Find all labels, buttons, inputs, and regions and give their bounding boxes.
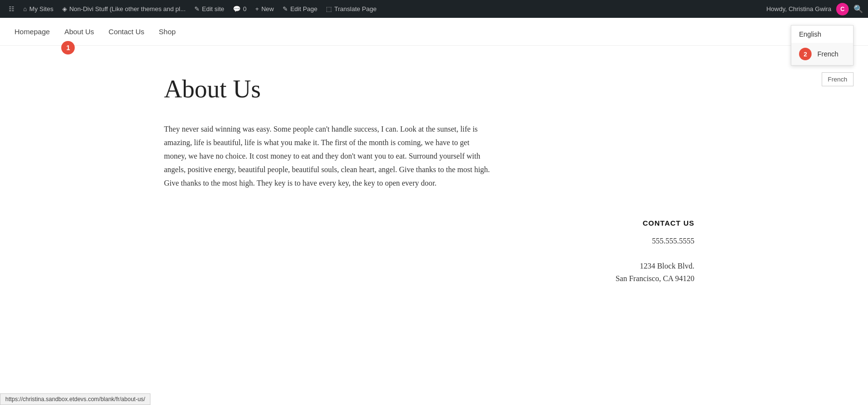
lang-french[interactable]: 2 French	[791, 43, 853, 65]
step-badge-1: 1	[61, 41, 75, 54]
french-tooltip: French	[822, 72, 854, 86]
translate-icon: ⬚	[326, 5, 332, 13]
address-line1: 1234 Block Blvd.	[164, 260, 694, 272]
non-divi-item[interactable]: ◈ Non-Divi Stuff (Like other themes and …	[58, 0, 190, 18]
site-nav: Homepage About Us 1 Contact Us Shop	[14, 27, 176, 36]
contact-address: 1234 Block Blvd. San Francisco, CA 94120	[164, 260, 694, 284]
language-dropdown: English 2 French	[791, 25, 854, 66]
wordpress-icon: ☷	[9, 5, 14, 13]
main-content: About Us They never said winning was eas…	[145, 46, 723, 323]
language-container: English 2 French French	[791, 25, 854, 66]
avatar[interactable]: C	[836, 3, 849, 15]
page-body: They never said winning was easy. Some p…	[164, 122, 492, 190]
admin-bar-right: Howdy, Christina Gwira C 🔍	[766, 3, 863, 15]
wordpress-logo[interactable]: ☷	[5, 0, 18, 18]
plus-icon: +	[255, 5, 259, 13]
edit-page-item[interactable]: ✎ Edit Page	[279, 0, 321, 18]
nav-about-us[interactable]: About Us 1	[64, 27, 94, 36]
my-sites-item[interactable]: ⌂ My Sites	[19, 0, 57, 18]
search-icon[interactable]: 🔍	[854, 4, 863, 14]
admin-bar: ☷ ⌂ My Sites ◈ Non-Divi Stuff (Like othe…	[0, 0, 868, 18]
edit-page-label: Edit Page	[290, 5, 317, 13]
divi-icon: ◈	[62, 5, 67, 13]
nav-shop[interactable]: Shop	[159, 27, 176, 36]
edit-site-item[interactable]: ✎ Edit site	[190, 0, 228, 18]
comments-item[interactable]: 💬 0	[229, 0, 250, 18]
howdy-text: Howdy, Christina Gwira	[766, 5, 831, 13]
translate-page-item[interactable]: ⬚ Translate Page	[322, 0, 380, 18]
admin-bar-items: ☷ ⌂ My Sites ◈ Non-Divi Stuff (Like othe…	[5, 0, 766, 18]
non-divi-label: Non-Divi Stuff (Like other themes and pl…	[69, 5, 186, 13]
edit-page-icon: ✎	[283, 5, 288, 13]
contact-heading: CONTACT US	[164, 219, 694, 227]
nav-contact-us[interactable]: Contact Us	[108, 27, 144, 36]
contact-section: CONTACT US 555.555.5555 1234 Block Blvd.…	[164, 219, 704, 284]
address-line2: San Francisco, CA 94120	[164, 272, 694, 285]
contact-phone: 555.555.5555	[164, 237, 694, 245]
site-header: Homepage About Us 1 Contact Us Shop Engl…	[0, 18, 868, 46]
new-item[interactable]: + New	[251, 0, 278, 18]
edit-site-label: Edit site	[202, 5, 224, 13]
comments-icon: 💬	[233, 5, 241, 13]
new-label: New	[261, 5, 274, 13]
step-badge-2: 2	[799, 48, 812, 60]
english-label: English	[799, 30, 821, 38]
my-sites-label: My Sites	[29, 5, 54, 13]
page-title: About Us	[164, 75, 704, 103]
home-icon: ⌂	[23, 5, 27, 13]
lang-english[interactable]: English	[791, 26, 853, 43]
edit-site-icon: ✎	[194, 5, 200, 13]
translate-page-label: Translate Page	[334, 5, 377, 13]
nav-homepage[interactable]: Homepage	[14, 27, 50, 36]
avatar-initial: C	[841, 6, 845, 13]
french-label: French	[817, 50, 839, 58]
comments-count: 0	[243, 5, 246, 13]
